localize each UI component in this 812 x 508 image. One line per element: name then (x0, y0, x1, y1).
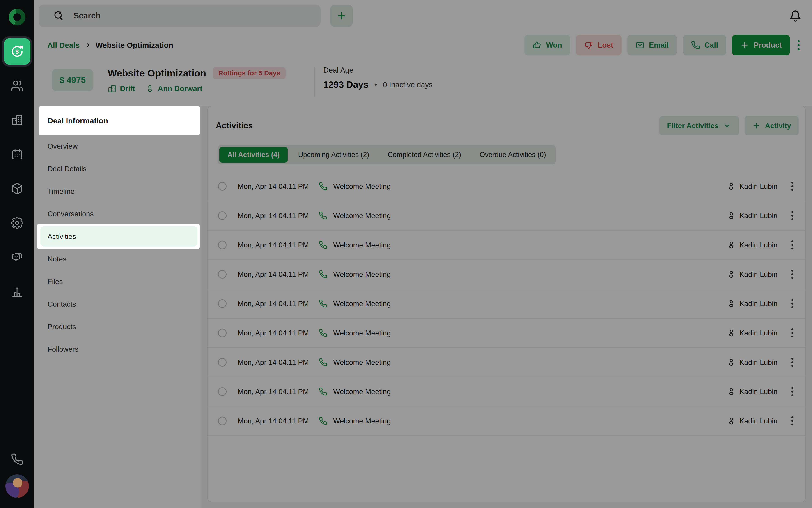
activity-row[interactable]: Mon, Apr 14 04.11 PM Welcome Meeting Kad… (208, 377, 806, 407)
row-more-options-button[interactable] (790, 297, 795, 310)
activity-datetime: Mon, Apr 14 04.11 PM (238, 387, 319, 396)
deal-company[interactable]: Drift (108, 84, 135, 93)
activity-owner: Kadin Lubin (727, 329, 777, 337)
activity-owner: Kadin Lubin (727, 387, 777, 396)
sidebar-item[interactable]: Activities (34, 225, 201, 248)
activity-datetime: Mon, Apr 14 04.11 PM (238, 182, 319, 190)
call-icon (691, 41, 700, 50)
row-more-options-button[interactable] (790, 356, 795, 369)
activity-owner-name: Kadin Lubin (739, 387, 777, 396)
rail-item-calendar[interactable] (11, 148, 23, 161)
activity-name: Welcome Meeting (333, 300, 391, 308)
rail-item-chat[interactable] (11, 251, 23, 263)
row-more-options-button[interactable] (790, 180, 795, 193)
call-button[interactable]: Call (683, 35, 726, 55)
activity-owner: Kadin Lubin (727, 182, 777, 191)
activity-radio[interactable] (218, 270, 227, 279)
activity-radio[interactable] (218, 182, 227, 190)
activity-radio[interactable] (218, 387, 227, 396)
sidebar-item[interactable]: Files (34, 270, 201, 293)
search-bar[interactable] (39, 4, 321, 27)
activity-radio[interactable] (218, 211, 227, 220)
sidebar-nav: Overview Deal Details Timeline Conversat… (34, 135, 201, 361)
activities-tab[interactable]: Overdue Activities (0) (471, 147, 554, 163)
activity-row[interactable]: Mon, Apr 14 04.11 PM Welcome Meeting Kad… (208, 348, 806, 377)
rail-item-reports[interactable] (11, 285, 23, 298)
activity-owner: Kadin Lubin (727, 358, 777, 367)
global-add-button[interactable] (330, 4, 353, 27)
filter-label: Filter Activities (667, 122, 718, 130)
row-more-options-button[interactable] (790, 327, 795, 339)
activities-tab[interactable]: Completed Activities (2) (380, 147, 469, 163)
activity-owner: Kadin Lubin (727, 416, 777, 425)
row-more-options-button[interactable] (790, 415, 795, 427)
activity-row[interactable]: Mon, Apr 14 04.11 PM Welcome Meeting Kad… (208, 407, 806, 436)
sidebar-item-label: Contacts (48, 300, 76, 308)
sidebar-item[interactable]: Followers (34, 338, 201, 361)
person-icon (727, 211, 736, 220)
breadcrumb-all-deals[interactable]: All Deals (47, 41, 80, 50)
add-activity-button[interactable]: Activity (745, 116, 799, 135)
activity-name: Welcome Meeting (333, 417, 391, 425)
lost-button[interactable]: Lost (576, 35, 622, 55)
rail-item-products[interactable] (11, 182, 23, 195)
activity-name: Welcome Meeting (333, 387, 391, 396)
chevron-down-icon (723, 122, 731, 130)
sidebar-item-label: Deal Details (48, 165, 87, 173)
rail-item-contacts[interactable] (11, 79, 23, 92)
rail-item-deals[interactable]: $ (4, 38, 31, 65)
activity-row[interactable]: Mon, Apr 14 04.11 PM Welcome Meeting Kad… (208, 289, 806, 319)
rail-item-companies[interactable] (11, 114, 23, 126)
sidebar-item[interactable]: Contacts (34, 293, 201, 315)
row-more-options-button[interactable] (790, 385, 795, 398)
add-product-button[interactable]: Product (732, 35, 790, 55)
call-activity-icon (319, 358, 327, 367)
email-button[interactable]: Email (627, 35, 677, 55)
rail-item-phone[interactable] (11, 453, 23, 466)
row-more-options-button[interactable] (790, 268, 795, 281)
won-button[interactable]: Won (524, 35, 570, 55)
tab-label: All Activities (4) (228, 151, 280, 159)
rail-item-settings[interactable] (11, 217, 23, 229)
app-screen: $ (0, 0, 812, 508)
sidebar-item[interactable]: Overview (34, 135, 201, 158)
call-activity-icon (319, 417, 327, 425)
inactive-days: 0 Inactive days (383, 81, 433, 89)
activity-row[interactable]: Mon, Apr 14 04.11 PM Welcome Meeting Kad… (208, 230, 806, 260)
header-divider (315, 67, 315, 96)
search-input[interactable] (73, 11, 277, 21)
sidebar-item[interactable]: Timeline (34, 180, 201, 203)
user-avatar[interactable] (5, 474, 29, 498)
row-more-options-button[interactable] (790, 239, 795, 251)
activities-card: Activities Filter Activities Activity Al… (207, 106, 806, 502)
activity-row[interactable]: Mon, Apr 14 04.11 PM Welcome Meeting Kad… (208, 319, 806, 348)
activity-row[interactable]: Mon, Apr 14 04.11 PM Welcome Meeting Kad… (208, 260, 806, 289)
sidebar-item[interactable]: Deal Details (34, 158, 201, 180)
sidebar-item-label: Conversations (48, 210, 94, 218)
row-more-options-button[interactable] (790, 209, 795, 222)
filter-activities-button[interactable]: Filter Activities (659, 116, 739, 135)
dot-separator: • (374, 80, 377, 89)
notifications-button[interactable] (789, 10, 801, 22)
activity-radio[interactable] (218, 358, 227, 367)
activity-radio[interactable] (218, 299, 227, 308)
activity-row[interactable]: Mon, Apr 14 04.11 PM Welcome Meeting Kad… (208, 201, 806, 230)
activities-tab[interactable]: All Activities (4) (219, 147, 288, 163)
person-icon (727, 416, 736, 425)
activity-radio[interactable] (218, 241, 227, 249)
deal-more-options-button[interactable] (796, 38, 801, 52)
activity-radio[interactable] (218, 417, 227, 425)
activity-name: Welcome Meeting (333, 241, 391, 249)
email-icon (635, 41, 644, 50)
activities-tab[interactable]: Upcoming Activities (2) (290, 147, 377, 163)
activity-owner-name: Kadin Lubin (739, 329, 777, 337)
activity-row[interactable]: Mon, Apr 14 04.11 PM Welcome Meeting Kad… (208, 172, 806, 201)
activity-radio[interactable] (218, 329, 227, 337)
deal-header: All Deals Website Optimization Won Lost … (34, 32, 812, 105)
sidebar-item[interactable]: Conversations (34, 203, 201, 225)
deal-owner[interactable]: Ann Dorwart (146, 84, 202, 93)
building-icon (11, 114, 23, 126)
sidebar-item[interactable]: Products (34, 315, 201, 338)
sidebar-item[interactable]: Notes (34, 248, 201, 270)
activities-list: Mon, Apr 14 04.11 PM Welcome Meeting Kad… (208, 172, 806, 436)
